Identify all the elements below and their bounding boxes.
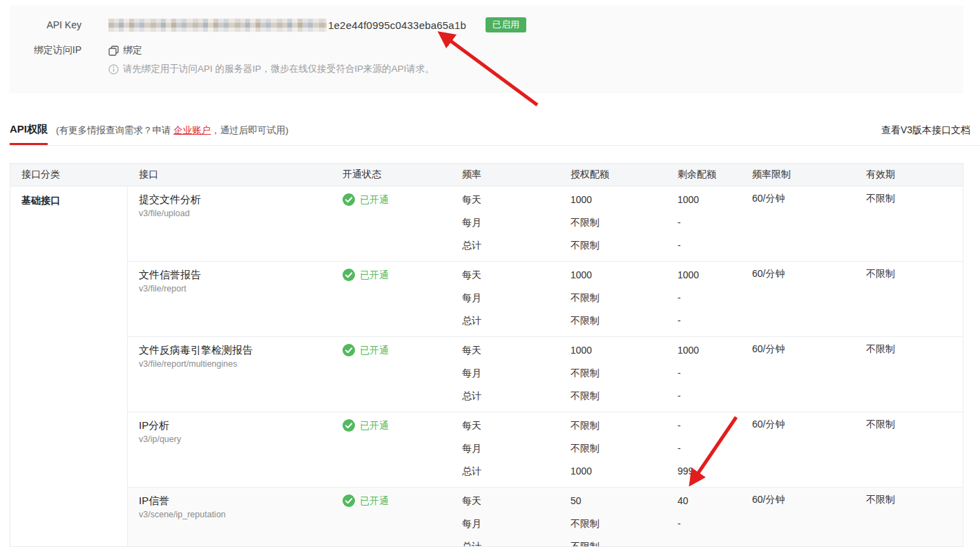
col-header-granted: 授权配额 (559, 169, 666, 181)
check-circle-icon (343, 495, 355, 507)
remaining-value: - (678, 215, 741, 229)
granted-value: 50 (570, 494, 666, 508)
period-label: 每天 (462, 343, 559, 357)
col-header-ratelimit: 频率限制 (741, 169, 855, 181)
frequency-cell: 每天 每月 总计 (451, 337, 559, 412)
remaining-quota-cell: 1000 - - (666, 186, 741, 261)
frequency-cell: 每天 每月 总计 (451, 186, 559, 261)
granted-value: 不限制 (570, 419, 666, 432)
tab-api-permissions[interactable]: API权限 (10, 123, 48, 145)
period-label: 总计 (462, 389, 559, 403)
granted-value: 1000 (570, 193, 666, 207)
col-header-remaining: 剩余配额 (666, 169, 741, 181)
period-label: 每天 (462, 494, 559, 508)
api-name: 提交文件分析 (139, 193, 332, 207)
granted-value: 不限制 (570, 441, 666, 455)
rate-limit-cell: 60/分钟 (741, 412, 855, 487)
category-cell: 基础接口 (10, 186, 128, 547)
table-row: 提交文件分析 v3/file/upload 已开通 每天 每月 总计 (128, 186, 963, 261)
frequency-cell: 每天 每月 总计 (451, 412, 559, 487)
api-path: v3/ip/query (139, 434, 332, 444)
granted-value: 不限制 (570, 366, 666, 380)
api-name: 文件信誉报告 (139, 268, 332, 282)
api-path: v3/scene/ip_reputation (139, 510, 332, 519)
frequency-cell: 每天 每月 总计 (451, 488, 559, 547)
period-label: 每天 (462, 419, 559, 432)
permissions-hint: (有更多情报查询需求？申请 企业账户，通过后即可试用) (56, 124, 289, 137)
status-text: 已开通 (360, 344, 389, 356)
granted-value: 不限制 (570, 291, 666, 305)
period-label: 每月 (462, 291, 559, 305)
api-permissions-table: 接口分类 接口 开通状态 频率 授权配额 剩余配额 频率限制 有效期 基础接口 … (10, 163, 963, 547)
table-row: IP信誉 v3/scene/ip_reputation 已开通 每天 每月 总计 (128, 487, 963, 547)
api-path: v3/file/upload (139, 209, 332, 218)
period-label: 每天 (462, 193, 559, 207)
rate-limit-cell: 60/分钟 (741, 262, 855, 336)
granted-quota-cell: 1000 不限制 不限制 (559, 337, 666, 412)
period-label: 每月 (462, 215, 559, 229)
view-v3-docs-link[interactable]: 查看V3版本接口文档 (881, 124, 970, 137)
bind-ip-button[interactable]: 绑定 (108, 44, 142, 57)
table-row: IP分析 v3/ip/query 已开通 每天 每月 总计 (128, 412, 963, 487)
permissions-section-head: API权限 (有更多情报查询需求？申请 企业账户，通过后即可试用) 查看V3版本… (10, 123, 980, 146)
remaining-value: - (678, 441, 741, 455)
remaining-value: - (678, 389, 741, 403)
period-label: 总计 (462, 539, 559, 547)
validity-cell: 不限制 (855, 412, 963, 487)
period-label: 每月 (462, 441, 559, 455)
status-text: 已开通 (360, 419, 389, 432)
granted-value: 不限制 (570, 215, 666, 229)
api-key-value: 1e2e44f0995c0433eba65a1b (328, 19, 466, 31)
rate-limit-cell: 60/分钟 (741, 488, 855, 547)
remaining-value: - (678, 517, 741, 530)
bind-action-label: 绑定 (123, 44, 142, 57)
granted-value: 不限制 (570, 389, 666, 403)
granted-value: 不限制 (570, 238, 666, 252)
rate-limit-cell: 60/分钟 (741, 186, 855, 261)
granted-quota-cell: 50 不限制 不限制 (559, 488, 666, 547)
granted-value: 1000 (570, 464, 666, 478)
api-key-redacted-mosaic (108, 19, 327, 32)
validity-cell: 不限制 (855, 337, 963, 412)
status-text: 已开通 (360, 495, 389, 507)
validity-cell: 不限制 (855, 186, 963, 261)
validity-cell: 不限制 (855, 488, 963, 547)
table-row: 文件信誉报告 v3/file/report 已开通 每天 每月 总计 (128, 261, 963, 336)
enterprise-account-link[interactable]: 企业账户 (173, 125, 211, 135)
granted-value: 不限制 (570, 517, 666, 530)
granted-value: 1000 (570, 343, 666, 357)
validity-cell: 不限制 (855, 262, 963, 336)
remaining-quota-cell: 1000 - - (666, 337, 741, 412)
api-key-row: API Key 1e2e44f0995c0433eba65a1b 已启用 (10, 17, 963, 32)
bind-note-text: 请先绑定用于访问API 的服务器IP，微步在线仅接受符合IP来源的API请求。 (123, 63, 434, 75)
remaining-quota-cell: 40 - - (666, 488, 741, 547)
period-label: 总计 (462, 314, 559, 327)
status-text: 已开通 (360, 269, 389, 281)
api-management-page: API Key 1e2e44f0995c0433eba65a1b 已启用 绑定访… (0, 0, 980, 547)
bind-ip-label: 绑定访问IP (19, 44, 81, 57)
api-key-label: API Key (19, 19, 81, 30)
remaining-value: 1000 (678, 193, 741, 207)
check-circle-icon (343, 269, 355, 281)
remaining-value: 40 (678, 494, 741, 508)
col-header-frequency: 频率 (451, 169, 559, 181)
bind-ip-row: 绑定访问IP 绑定 (10, 44, 963, 57)
period-label: 每月 (462, 517, 559, 530)
check-circle-icon (343, 193, 355, 206)
granted-value: 不限制 (570, 314, 666, 327)
api-key-panel: API Key 1e2e44f0995c0433eba65a1b 已启用 绑定访… (10, 6, 963, 93)
table-header: 接口分类 接口 开通状态 频率 授权配额 剩余配额 频率限制 有效期 (10, 164, 963, 186)
info-icon (108, 64, 119, 75)
api-name: IP分析 (139, 419, 332, 432)
frequency-cell: 每天 每月 总计 (451, 262, 559, 336)
granted-value: 1000 (570, 268, 666, 282)
table-row: 文件反病毒引擎检测报告 v3/file/report/multiengines … (128, 336, 963, 412)
hint-suffix: ，通过后即可试用) (211, 125, 289, 135)
col-header-status: 开通状态 (332, 169, 451, 181)
remaining-value: - (678, 314, 741, 327)
remaining-value: - (678, 366, 741, 380)
remaining-value: 1000 (678, 343, 741, 357)
remaining-quota-cell: - - 999 (666, 412, 741, 487)
check-circle-icon (343, 344, 355, 356)
rate-limit-cell: 60/分钟 (741, 337, 855, 412)
